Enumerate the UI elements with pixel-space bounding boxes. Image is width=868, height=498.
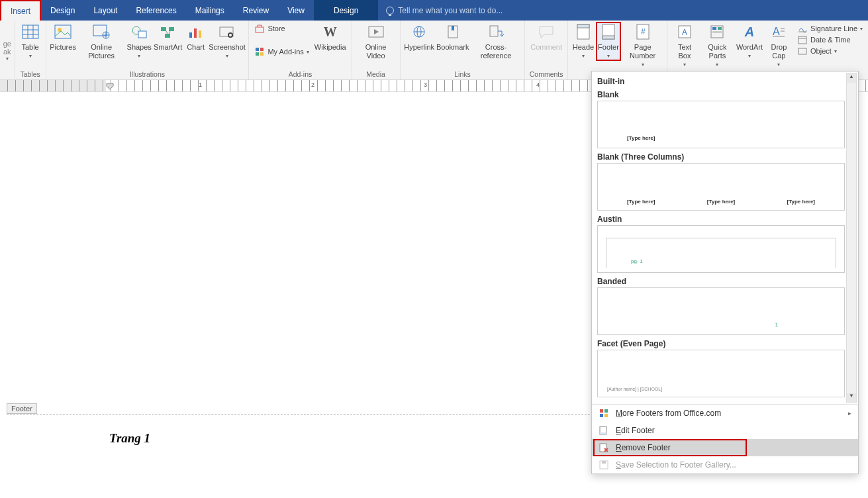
remove-footer-label: Remove Footer xyxy=(616,443,671,452)
tell-me-placeholder: Tell me what you want to do... xyxy=(398,6,503,15)
tell-me-search[interactable]: Tell me what you want to do... xyxy=(378,0,868,21)
scroll-down-icon[interactable]: ▼ xyxy=(847,393,856,402)
more-footers-label: More Footers from Office.com xyxy=(616,409,721,418)
screenshot-button[interactable]: Screenshot ▾ xyxy=(209,22,246,61)
shapes-button[interactable]: Shapes ▾ xyxy=(126,22,153,61)
pictures-button[interactable]: Pictures xyxy=(49,22,77,53)
svg-rect-14 xyxy=(169,27,174,31)
svg-rect-54 xyxy=(798,36,806,44)
svg-rect-63 xyxy=(600,432,606,434)
more-footers-item[interactable]: More Footers from Office.com ▸ xyxy=(592,405,858,422)
smartart-button[interactable]: SmartArt xyxy=(153,22,183,53)
drop-cap-button[interactable]: A Drop Cap ▾ xyxy=(763,22,795,70)
remove-footer-item[interactable]: Remove Footer xyxy=(592,439,858,456)
tab-table-design[interactable]: Design xyxy=(314,0,378,21)
chart-icon xyxy=(187,23,205,40)
gallery-item-banded[interactable]: 1 xyxy=(597,287,845,335)
footer-region-tag[interactable]: Footer xyxy=(7,403,37,414)
online-pictures-button[interactable]: Online Pictures xyxy=(77,22,125,62)
svg-marker-57 xyxy=(107,83,113,89)
wikipedia-button[interactable]: W Wikipedia xyxy=(312,22,349,53)
ruler-number: 3 xyxy=(424,81,427,88)
date-time-button[interactable]: Date & Time xyxy=(797,34,863,45)
chevron-down-icon: ▾ xyxy=(777,62,780,68)
object-button[interactable]: Object ▾ xyxy=(797,46,863,56)
svg-rect-5 xyxy=(55,25,71,38)
cross-reference-button[interactable]: Cross-reference xyxy=(470,22,522,62)
store-icon xyxy=(254,23,265,34)
svg-rect-13 xyxy=(161,27,166,31)
group-addins: Store My Add-ins ▾ W Wikipedia Add-ins xyxy=(249,21,352,79)
tab-references[interactable]: References xyxy=(126,0,185,21)
placeholder-text: [Type here] xyxy=(787,199,815,205)
footer-content-text[interactable]: Trang 1 xyxy=(109,431,150,446)
table-label: Table xyxy=(21,43,38,52)
chart-button[interactable]: Chart xyxy=(183,22,209,53)
gallery-item-blank[interactable]: [Type here] xyxy=(597,101,845,148)
gallery-item-title-facet: Facet (Even Page) xyxy=(597,339,845,348)
austin-page-label: pg. 1 xyxy=(631,258,643,264)
save-selection-item: Save Selection to Footer Gallery... xyxy=(592,456,858,473)
wikipedia-label: Wikipedia xyxy=(314,43,346,52)
screenshot-icon xyxy=(218,23,236,40)
svg-rect-24 xyxy=(256,27,264,32)
chevron-down-icon: ▾ xyxy=(607,53,610,60)
wordart-icon: A xyxy=(740,23,759,40)
gallery-item-facet[interactable]: [Author name] | [SCHOOL] xyxy=(597,350,845,397)
signature-line-button[interactable]: Signature Line ▾ xyxy=(797,23,863,34)
page-number-button[interactable]: # Page Number ▾ xyxy=(621,22,664,70)
gallery-scrollbar[interactable]: ▲ ▼ xyxy=(846,73,857,403)
header-button[interactable]: Heade ▾ xyxy=(571,22,596,61)
scroll-up-icon[interactable]: ▲ xyxy=(847,74,856,83)
indent-marker-icon[interactable] xyxy=(106,83,114,92)
gallery-item-blank-three[interactable]: [Type here] [Type here] [Type here] xyxy=(597,163,845,211)
group-label-addins: Add-ins xyxy=(252,70,348,79)
svg-marker-35 xyxy=(452,26,454,31)
comment-button[interactable]: Comment xyxy=(528,22,565,53)
group-media: Online Video Media xyxy=(352,21,401,79)
chevron-down-icon: ▾ xyxy=(748,53,751,60)
svg-rect-46 xyxy=(712,27,716,30)
svg-rect-15 xyxy=(165,34,170,38)
table-icon xyxy=(21,23,40,40)
gallery-item-title-blank-three: Blank (Three Columns) xyxy=(597,152,845,162)
wordart-label: WordArt xyxy=(736,43,763,52)
screenshot-label: Screenshot xyxy=(209,43,246,52)
chevron-down-icon: ▾ xyxy=(642,62,644,68)
cross-reference-label: Cross-reference xyxy=(473,43,519,60)
chevron-down-icon: ▾ xyxy=(138,53,140,60)
store-button[interactable]: Store xyxy=(254,23,309,34)
online-video-label: Online Video xyxy=(358,43,395,60)
placeholder-text: [Type here] xyxy=(627,199,655,205)
text-box-button[interactable]: A Text Box ▾ xyxy=(670,22,699,70)
online-pictures-icon xyxy=(92,23,111,40)
wikipedia-icon: W xyxy=(321,23,340,40)
chevron-down-icon: ▾ xyxy=(716,62,718,68)
my-addins-button[interactable]: My Add-ins ▾ xyxy=(254,46,309,57)
tab-view[interactable]: View xyxy=(278,0,314,21)
tab-insert[interactable]: Insert xyxy=(0,0,41,21)
online-video-button[interactable]: Online Video xyxy=(355,22,397,62)
tab-mailings[interactable]: Mailings xyxy=(186,0,234,21)
quick-parts-button[interactable]: Quick Parts ▾ xyxy=(699,22,736,70)
hyperlink-button[interactable]: Hyperlink xyxy=(403,22,436,53)
tab-design[interactable]: Design xyxy=(41,0,84,21)
table-button[interactable]: Table ▾ xyxy=(18,22,43,61)
gallery-item-austin[interactable]: pg. 1 xyxy=(597,225,845,273)
office-icon xyxy=(599,408,609,419)
edit-footer-item[interactable]: Edit Footer xyxy=(592,422,858,439)
chevron-down-icon: ▾ xyxy=(29,53,32,60)
remove-footer-icon xyxy=(599,442,609,453)
footer-button[interactable]: Footer ▾ xyxy=(596,22,621,61)
svg-text:#: # xyxy=(641,27,646,36)
group-label-comments: Comments xyxy=(528,70,565,79)
svg-rect-28 xyxy=(260,52,264,56)
object-label: Object xyxy=(810,47,832,55)
tab-layout[interactable]: Layout xyxy=(84,0,126,21)
wordart-button[interactable]: A WordArt ▾ xyxy=(736,22,763,61)
group-label-illustrations: Illustrations xyxy=(49,70,246,79)
header-label: Heade xyxy=(573,43,594,52)
bookmark-button[interactable]: Bookmark xyxy=(436,22,470,53)
shapes-label: Shapes xyxy=(127,43,152,52)
tab-review[interactable]: Review xyxy=(234,0,278,21)
